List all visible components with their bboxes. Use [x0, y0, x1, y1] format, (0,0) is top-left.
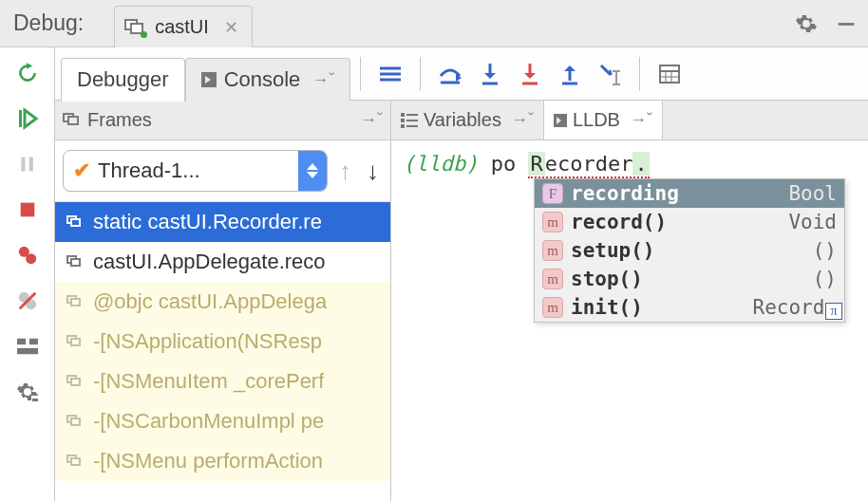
force-step-into-icon[interactable] — [516, 62, 544, 86]
completion-item[interactable]: mrecord()Void — [535, 208, 844, 236]
evaluate-icon[interactable] — [655, 64, 684, 84]
pi-icon[interactable]: π — [825, 303, 842, 320]
frame-row[interactable]: castUI.AppDelegate.reco — [55, 242, 390, 282]
step-over-icon[interactable] — [436, 63, 464, 85]
frame-label: -[NSCarbonMenuImpl pe — [93, 409, 324, 434]
minimize-icon[interactable] — [834, 11, 859, 36]
right-panel-tabs: Variables →ˇ LLDB →ˇ — [391, 101, 868, 140]
frames-title: Frames — [87, 109, 152, 131]
frame-icon — [66, 255, 84, 269]
svg-rect-2 — [21, 158, 25, 172]
completion-name: record() — [571, 211, 781, 233]
frame-label: -[NSMenu performAction — [93, 449, 323, 473]
pin-icon[interactable]: →ˇ — [360, 110, 383, 130]
kind-badge: m — [542, 240, 563, 261]
debugger-toolbar: Debugger Console →ˇ — [55, 47, 868, 101]
frame-row[interactable]: static castUI.Recorder.re — [55, 202, 390, 242]
tab-label: LLDB — [573, 109, 620, 131]
resume-icon[interactable] — [15, 106, 40, 131]
step-out-icon[interactable] — [556, 62, 584, 86]
frame-label: -[NSMenuItem _corePerf — [93, 369, 324, 394]
frame-icon — [66, 455, 84, 468]
frame-row[interactable]: -[NSApplication(NSResp — [55, 322, 390, 362]
pause-icon[interactable] — [15, 152, 40, 176]
frame-row[interactable]: -[NSMenuItem _corePerf — [55, 362, 390, 401]
frame-row[interactable]: -[NSMenu performAction — [55, 441, 390, 481]
tab-debugger[interactable]: Debugger — [61, 58, 185, 102]
pin-icon[interactable]: →ˇ — [630, 110, 652, 130]
expression: Recorder. — [528, 152, 649, 178]
frame-icon — [66, 415, 84, 428]
frame-label: -[NSApplication(NSResp — [93, 329, 322, 354]
kind-badge: m — [542, 269, 563, 289]
variables-icon — [401, 113, 418, 128]
run-tab[interactable]: castUI ✕ — [114, 6, 253, 47]
mute-breakpoints-icon[interactable] — [15, 288, 40, 313]
debug-actions-column — [0, 47, 55, 501]
check-icon: ✔ — [73, 158, 90, 183]
completion-item[interactable]: minit()Recorde — [535, 293, 844, 322]
svg-rect-10 — [17, 339, 26, 344]
console-icon — [201, 72, 217, 87]
tab-console[interactable]: Console →ˇ — [185, 58, 351, 102]
rerun-icon[interactable] — [15, 61, 40, 85]
tab-lldb[interactable]: LLDB →ˇ — [544, 101, 663, 139]
thread-label: Thread-1... — [98, 158, 200, 183]
command: po — [491, 152, 517, 176]
svg-rect-1 — [19, 110, 22, 127]
tab-label: Variables — [424, 109, 501, 131]
svg-rect-12 — [17, 348, 38, 354]
step-into-icon[interactable] — [476, 62, 504, 86]
completion-type: Void — [788, 211, 837, 233]
frame-list: static castUI.Recorder.recastUI.AppDeleg… — [55, 202, 390, 501]
svg-rect-28 — [660, 65, 679, 83]
close-icon[interactable]: ✕ — [224, 17, 238, 38]
layout-icon[interactable] — [15, 334, 40, 359]
breakpoints-icon[interactable] — [15, 243, 40, 268]
run-tab-label: castUI — [155, 16, 209, 38]
kind-badge: m — [542, 297, 563, 318]
lldb-console[interactable]: (lldb) po Recorder. FrecordingBoolmrecor… — [391, 140, 868, 501]
tab-label: Debugger — [77, 67, 169, 92]
svg-rect-4 — [20, 203, 34, 217]
completion-name: stop() — [571, 268, 805, 290]
svg-point-6 — [26, 253, 36, 264]
frame-label: static castUI.Recorder.re — [93, 210, 322, 234]
frame-icon — [66, 335, 84, 348]
run-config-icon — [124, 19, 145, 36]
kind-badge: F — [542, 183, 563, 204]
run-tab-strip: castUI ✕ — [112, 0, 253, 46]
next-frame-icon[interactable]: ↓ — [363, 157, 383, 186]
pin-icon[interactable]: →ˇ — [511, 110, 534, 130]
frame-row[interactable]: -[NSCarbonMenuImpl pe — [55, 401, 390, 441]
stepper-icon[interactable] — [298, 150, 327, 192]
gear-icon[interactable] — [794, 11, 819, 36]
frame-icon — [66, 375, 84, 388]
frame-icon — [66, 215, 84, 229]
frame-icon — [66, 295, 84, 308]
settings-icon[interactable] — [15, 380, 40, 404]
completion-item[interactable]: FrecordingBool — [535, 179, 844, 208]
run-to-cursor-icon[interactable] — [595, 62, 624, 86]
completion-type: () — [813, 239, 837, 262]
prev-frame-icon[interactable]: ↑ — [335, 157, 355, 186]
frames-panel: Frames →ˇ ✔ Thread-1... ↑ ↓ static castU… — [55, 101, 391, 501]
thread-selector[interactable]: ✔ Thread-1... — [63, 150, 328, 192]
panel-title: Debug: — [13, 10, 84, 36]
svg-rect-3 — [28, 158, 32, 172]
frame-row[interactable]: @objc castUI.AppDelega — [55, 282, 390, 322]
completion-type: Recorde — [752, 296, 837, 319]
show-execution-icon[interactable] — [376, 65, 405, 84]
completion-type: () — [813, 268, 837, 290]
tab-variables[interactable]: Variables →ˇ — [391, 101, 544, 139]
completion-item[interactable]: mstop()() — [535, 265, 844, 293]
lldb-icon — [554, 114, 567, 127]
frame-label: @objc castUI.AppDelega — [93, 289, 327, 314]
completion-item[interactable]: msetup()() — [535, 236, 844, 265]
pin-icon[interactable]: →ˇ — [311, 70, 334, 90]
frames-icon — [63, 113, 82, 128]
completion-name: init() — [571, 296, 745, 319]
completion-popup: FrecordingBoolmrecord()Voidmsetup()()mst… — [534, 178, 845, 323]
stop-icon[interactable] — [15, 197, 40, 222]
frames-header: Frames →ˇ — [55, 101, 390, 140]
